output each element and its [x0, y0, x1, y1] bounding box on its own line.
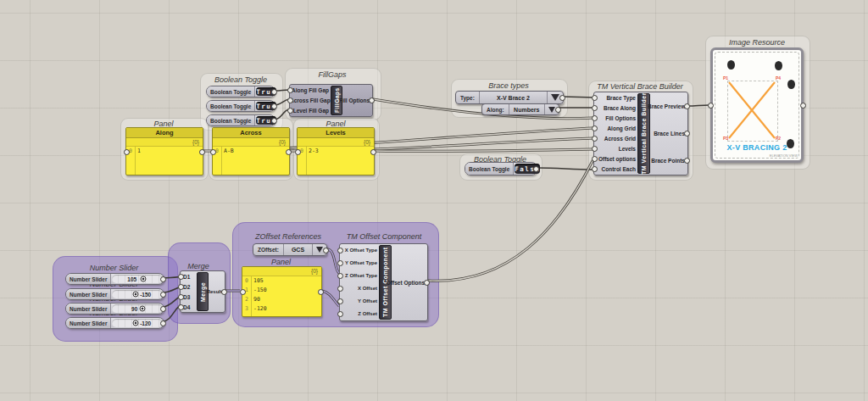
input-port[interactable] — [287, 87, 293, 93]
value-list-brace-along[interactable]: Along: Numbers — [481, 103, 559, 115]
value-list-brace-type[interactable]: Type: X-V Brace 2 — [455, 91, 564, 104]
boolean-toggle[interactable]: Boolean Toggle True — [206, 114, 275, 126]
input-port[interactable] — [178, 304, 184, 310]
input-port[interactable] — [178, 284, 184, 290]
input-port[interactable] — [124, 149, 130, 155]
panel-across[interactable]: Across {0} 0A-B — [212, 127, 290, 175]
input-port[interactable] — [592, 156, 598, 162]
panel-along[interactable]: Along {0} 01 — [125, 127, 203, 175]
output-port[interactable] — [424, 280, 430, 286]
panel-title: Along — [126, 128, 203, 138]
input-port[interactable] — [592, 166, 598, 172]
slider-knob[interactable] — [141, 276, 147, 282]
number-slider[interactable]: Number Slider 90 — [65, 303, 164, 315]
toggle-label: Boolean Toggle — [207, 101, 255, 111]
output-port[interactable] — [160, 276, 166, 282]
number-slider[interactable]: Number Slider -120 — [65, 317, 164, 329]
input-port[interactable] — [708, 103, 714, 109]
merge-component[interactable]: D1 D2 D3 D4 Merge Result — [180, 270, 225, 313]
input-port[interactable] — [592, 125, 598, 131]
input-port[interactable] — [287, 97, 293, 103]
point-label: P4 — [776, 76, 781, 81]
output-port[interactable] — [271, 89, 277, 95]
slider-label: Number Slider — [66, 274, 111, 284]
dropdown-arrow-icon — [316, 247, 323, 253]
output-port[interactable] — [271, 118, 277, 124]
input-label: Across Grid — [594, 136, 636, 142]
output-port[interactable] — [533, 166, 539, 172]
slider-label: Number Slider — [66, 289, 111, 299]
input-port[interactable] — [287, 108, 293, 114]
panel-path: {0} — [298, 138, 374, 147]
slider-label: Number Slider — [66, 318, 111, 328]
output-port[interactable] — [199, 149, 205, 155]
slider-knob[interactable] — [132, 320, 138, 326]
output-port[interactable] — [318, 289, 324, 295]
input-port[interactable] — [337, 260, 343, 266]
input-port[interactable] — [592, 115, 598, 121]
row-value: 90 — [251, 295, 260, 304]
slider-track[interactable]: 105 — [112, 275, 163, 283]
input-label: Along Grid — [594, 125, 636, 131]
output-label: Fill Options — [339, 97, 370, 103]
output-port[interactable] — [323, 248, 329, 253]
output-port[interactable] — [370, 149, 376, 155]
slider-knob[interactable] — [132, 292, 138, 298]
slider-track[interactable]: -150 — [112, 290, 163, 298]
output-port[interactable] — [369, 97, 375, 103]
input-port[interactable] — [337, 286, 343, 292]
output-port[interactable] — [559, 95, 565, 101]
input-port[interactable] — [210, 149, 216, 155]
value-list-zoffset[interactable]: ZOffset: GCS — [253, 243, 327, 256]
input-port[interactable] — [240, 289, 246, 295]
output-port[interactable] — [271, 103, 277, 109]
image-resource-component[interactable]: P1 P4 P3 P2 X-V BRACING 2 ELEVATION VIEW — [710, 47, 804, 163]
input-port[interactable] — [592, 136, 598, 142]
slider-track[interactable]: -120 — [112, 319, 163, 327]
input-port[interactable] — [337, 311, 343, 317]
value-list-name: Type: — [456, 92, 480, 103]
boolean-toggle[interactable]: Boolean Toggle True — [206, 86, 275, 97]
grasshopper-canvas[interactable]: Boolean Toggle FillGaps Panel Panel Pane… — [0, 0, 868, 401]
slider-track[interactable]: 90 — [112, 304, 163, 313]
number-slider[interactable]: Number Slider 105 — [65, 273, 164, 285]
value-list-value: X-V Brace 2 — [480, 92, 547, 103]
tm-offset-component[interactable]: X Offset Type Y Offset Type Z Offset Typ… — [339, 243, 428, 321]
output-port[interactable] — [160, 320, 166, 326]
input-label: Levels — [594, 146, 636, 152]
boolean-toggle[interactable]: Boolean Toggle False — [465, 162, 537, 175]
output-port[interactable] — [221, 289, 227, 295]
output-port[interactable] — [286, 149, 292, 155]
output-port[interactable] — [684, 103, 690, 109]
input-label: Y Offset Type — [340, 260, 377, 266]
output-port[interactable] — [684, 131, 690, 136]
value-list-value: Numbers — [509, 104, 544, 114]
output-port[interactable] — [160, 292, 166, 298]
fillgaps-component[interactable]: Along Fill Gap Across Fill Gap Level Fil… — [289, 84, 373, 117]
input-port[interactable] — [295, 149, 301, 155]
output-port[interactable] — [160, 306, 166, 312]
boolean-toggle[interactable]: Boolean Toggle True — [206, 100, 275, 112]
slider-knob[interactable] — [140, 306, 146, 312]
input-port[interactable] — [592, 146, 598, 152]
panel-levels[interactable]: Levels {0} 02-3 — [297, 127, 375, 175]
input-label: Control Each — [594, 166, 636, 172]
row-value: 2-3 — [306, 147, 319, 156]
input-port[interactable] — [592, 95, 598, 101]
point-label: P1 — [723, 76, 728, 81]
input-port[interactable] — [178, 294, 184, 300]
input-port[interactable] — [337, 298, 343, 304]
panel-path: {0} — [242, 267, 321, 276]
output-port[interactable] — [800, 103, 806, 109]
slider-value: 105 — [127, 276, 136, 282]
output-port[interactable] — [684, 158, 690, 164]
output-port[interactable] — [555, 107, 561, 113]
input-port[interactable] — [337, 273, 343, 279]
number-slider[interactable]: Number Slider -150 — [65, 288, 164, 300]
input-port[interactable] — [592, 105, 598, 111]
row-index: 2 — [242, 295, 251, 304]
tm-vertical-brace-builder-component[interactable]: Brace Type Brace Along Fill Options Alon… — [593, 92, 688, 175]
input-port[interactable] — [178, 274, 184, 280]
input-port[interactable] — [337, 248, 343, 253]
panel-offset-values[interactable]: {0} 0105 1-150 290 3-120 — [242, 266, 322, 317]
